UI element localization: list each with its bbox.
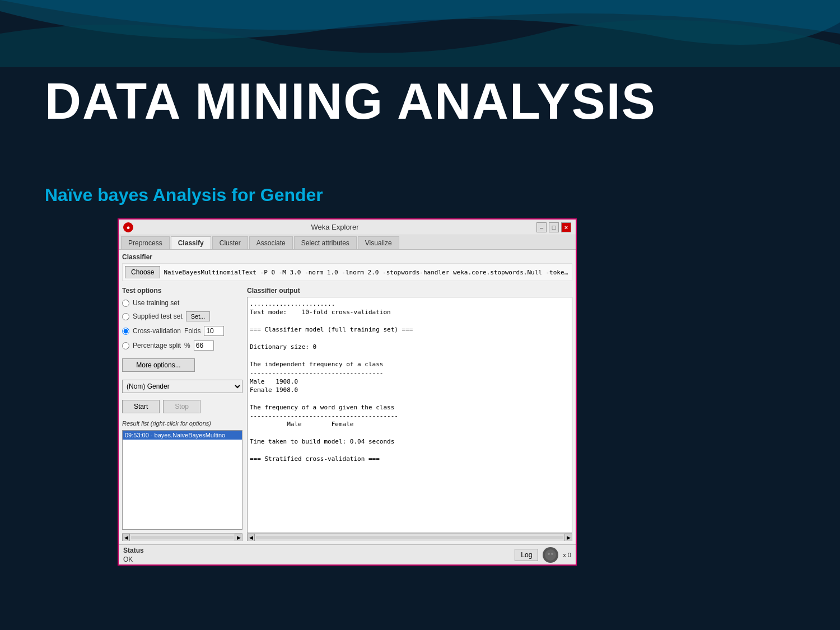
- svg-point-2: [551, 553, 553, 555]
- right-scroll[interactable]: ◀ ▶: [247, 533, 572, 541]
- weka-titlebar: ● Weka Explorer – □ ×: [119, 220, 576, 235]
- start-button[interactable]: Start: [122, 400, 160, 413]
- cross-validation-option[interactable]: Cross-validation Folds 10: [122, 326, 242, 336]
- classifier-text: NaiveBayesMultinomialText -P 0 -M 3.0 -n…: [164, 269, 570, 276]
- result-list-label: Result list (right-click for options): [122, 420, 242, 427]
- tab-associate[interactable]: Associate: [249, 236, 293, 249]
- use-training-option[interactable]: Use training set: [122, 299, 242, 307]
- scroll-track-right[interactable]: [256, 536, 563, 539]
- stop-button[interactable]: Stop: [163, 400, 200, 413]
- status-section-label: Status: [123, 547, 144, 554]
- percentage-split-option[interactable]: Percentage split % 66: [122, 340, 242, 351]
- supplied-test-option[interactable]: Supplied test set Set...: [122, 311, 242, 321]
- tab-visualize[interactable]: Visualize: [358, 236, 399, 249]
- start-stop-row: Start Stop: [122, 400, 242, 413]
- weka-explorer-window: ● Weka Explorer – □ × Preprocess Classif…: [118, 218, 577, 566]
- classifier-output-text: ....................... Test mode: 10-fo…: [250, 300, 570, 463]
- tab-preprocess[interactable]: Preprocess: [121, 236, 170, 249]
- use-training-label: Use training set: [133, 299, 179, 307]
- scroll-right-arrow-right[interactable]: ▶: [564, 534, 572, 542]
- classifier-output-box[interactable]: ....................... Test mode: 10-fo…: [247, 297, 572, 533]
- weka-content: Classifier Choose NaiveBayesMultinomialT…: [119, 250, 576, 544]
- percentage-symbol: %: [184, 342, 190, 349]
- test-options-label: Test options: [122, 287, 242, 295]
- left-scroll[interactable]: ◀ ▶: [122, 533, 242, 541]
- result-list-item[interactable]: 09:53:00 - bayes.NaiveBayesMultino: [123, 431, 242, 440]
- two-panels: Test options Use training set Supplied t…: [122, 287, 572, 541]
- weka-title: Weka Explorer: [133, 223, 536, 231]
- log-button[interactable]: Log: [515, 549, 538, 561]
- use-training-radio[interactable]: [122, 300, 129, 307]
- choose-button[interactable]: Choose: [125, 266, 160, 278]
- cross-validation-radio[interactable]: [122, 328, 129, 335]
- close-button[interactable]: ×: [561, 222, 571, 232]
- window-controls: – □ ×: [536, 222, 571, 232]
- cross-validation-label: Cross-validation: [133, 327, 181, 335]
- supplied-test-label: Supplied test set: [133, 312, 183, 320]
- classifier-row: Choose NaiveBayesMultinomialText -P 0 -M…: [122, 263, 572, 281]
- scroll-left-arrow-right[interactable]: ◀: [247, 534, 255, 542]
- svg-point-1: [548, 553, 550, 555]
- tab-cluster[interactable]: Cluster: [212, 236, 248, 249]
- weka-status-bar: Status OK Log x 0: [119, 544, 576, 564]
- percentage-split-label: Percentage split: [133, 342, 181, 349]
- maximize-button[interactable]: □: [549, 222, 559, 232]
- percentage-split-radio[interactable]: [122, 342, 129, 349]
- nom-gender-select[interactable]: (Nom) Gender: [122, 380, 242, 393]
- more-options-button[interactable]: More options...: [122, 358, 195, 372]
- weka-icon: ●: [123, 222, 133, 232]
- status-text: OK: [123, 556, 144, 563]
- left-panel: Test options Use training set Supplied t…: [122, 287, 242, 541]
- background-decoration: [0, 0, 840, 67]
- folds-label: Folds: [184, 327, 200, 335]
- status-x0: x 0: [563, 552, 571, 558]
- minimize-button[interactable]: –: [536, 222, 547, 232]
- weka-tab-bar: Preprocess Classify Cluster Associate Se…: [119, 235, 576, 250]
- tab-classify[interactable]: Classify: [171, 236, 211, 249]
- classifier-output-label: Classifier output: [247, 287, 572, 295]
- right-panel: Classifier output ......................…: [247, 287, 572, 541]
- percentage-input[interactable]: 66: [194, 340, 214, 351]
- scroll-track[interactable]: [131, 536, 234, 539]
- folds-input[interactable]: 10: [204, 326, 224, 336]
- result-list-box[interactable]: 09:53:00 - bayes.NaiveBayesMultino: [122, 430, 242, 530]
- tab-select-attributes[interactable]: Select attributes: [294, 236, 357, 249]
- svg-point-0: [545, 549, 556, 561]
- classifier-section-label: Classifier: [122, 253, 572, 261]
- status-right: Log x 0: [515, 547, 571, 563]
- scroll-right-arrow[interactable]: ▶: [235, 534, 242, 542]
- supplied-test-radio[interactable]: [122, 313, 129, 320]
- main-title: DATA MINING ANALYSIS: [45, 73, 795, 130]
- set-button[interactable]: Set...: [186, 311, 211, 321]
- scroll-left-arrow[interactable]: ◀: [122, 534, 130, 542]
- subtitle: Naïve bayes Analysis for Gender: [45, 185, 323, 206]
- status-indicator: [543, 547, 558, 563]
